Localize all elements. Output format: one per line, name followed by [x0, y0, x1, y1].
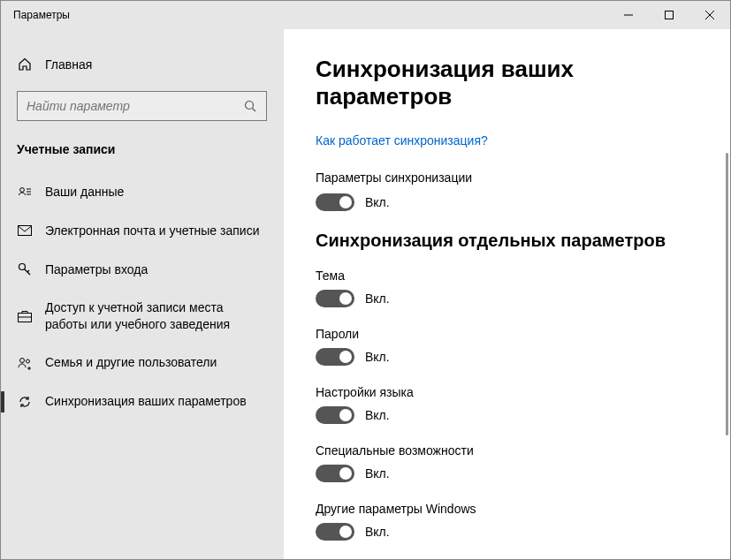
toggle-state-label: Вкл.: [365, 195, 390, 209]
sidebar-item-work-access[interactable]: Доступ к учетной записи места работы или…: [1, 289, 283, 344]
toggle-language[interactable]: [316, 406, 354, 424]
window-controls: [608, 1, 730, 29]
toggle-ease-of-access[interactable]: [316, 465, 354, 482]
sidebar-nav: Ваши данные Электронная почта и учетные …: [1, 172, 283, 421]
individual-sync-heading: Синхронизация отдельных параметров: [316, 231, 698, 251]
briefcase-icon: [17, 309, 33, 323]
sidebar-item-label: Ваши данные: [45, 184, 124, 201]
home-button[interactable]: Главная: [1, 50, 283, 79]
sidebar-item-email-accounts[interactable]: Электронная почта и учетные записи: [1, 211, 283, 250]
toggle-state-label: Вкл.: [365, 291, 390, 306]
svg-point-11: [19, 264, 26, 270]
svg-line-5: [253, 109, 256, 112]
scrollbar[interactable]: [726, 153, 728, 435]
setting-label-other-windows: Другие параметры Windows: [316, 502, 698, 516]
toggle-row-sync-settings: Вкл.: [316, 193, 698, 211]
window-title: Параметры: [1, 9, 70, 21]
sync-icon: [17, 395, 33, 409]
toggle-row-ease-of-access: Вкл.: [316, 465, 698, 482]
search-input[interactable]: [27, 99, 243, 113]
toggle-sync-settings[interactable]: [316, 193, 354, 211]
close-button[interactable]: [689, 1, 730, 29]
svg-rect-10: [19, 226, 32, 236]
search-icon: [243, 100, 257, 112]
mail-icon: [17, 223, 33, 238]
people-icon: [17, 356, 33, 370]
svg-rect-1: [666, 11, 674, 19]
maximize-button[interactable]: [649, 1, 689, 29]
sidebar-item-your-info[interactable]: Ваши данные: [1, 172, 283, 211]
sidebar-item-sync-settings[interactable]: Синхронизация ваших параметров: [1, 382, 283, 421]
setting-label-theme: Тема: [316, 269, 698, 283]
toggle-row-passwords: Вкл.: [316, 348, 698, 366]
search-box[interactable]: [17, 91, 267, 121]
toggle-state-label: Вкл.: [365, 466, 390, 481]
toggle-row-theme: Вкл.: [316, 290, 698, 307]
setting-label-passwords: Пароли: [316, 327, 698, 341]
titlebar: Параметры: [1, 1, 730, 29]
sidebar-section-label: Учетные записи: [1, 137, 283, 172]
sidebar: Главная Учетные записи Ваши данные: [1, 29, 284, 559]
home-icon: [17, 57, 33, 72]
content-area: Синхронизация ваших параметров Как работ…: [284, 29, 730, 559]
sidebar-item-label: Семья и другие пользователи: [45, 354, 217, 371]
svg-point-16: [20, 358, 25, 362]
sync-settings-label: Параметры синхронизации: [316, 170, 698, 185]
toggle-state-label: Вкл.: [365, 408, 390, 422]
svg-line-13: [27, 270, 29, 272]
sidebar-item-signin-options[interactable]: Параметры входа: [1, 250, 283, 289]
toggle-row-other-windows: Вкл.: [316, 523, 698, 541]
toggle-state-label: Вкл.: [365, 525, 390, 539]
home-label: Главная: [45, 57, 92, 72]
svg-point-17: [27, 359, 30, 363]
main-layout: Главная Учетные записи Ваши данные: [1, 29, 730, 559]
svg-point-6: [20, 188, 25, 193]
setting-label-language: Настройки языка: [316, 385, 698, 399]
sidebar-item-label: Электронная почта и учетные записи: [45, 223, 259, 239]
toggle-passwords[interactable]: [316, 348, 354, 366]
sidebar-item-family[interactable]: Семья и другие пользователи: [1, 344, 283, 382]
key-icon: [17, 262, 33, 276]
page-title: Синхронизация ваших параметров: [316, 56, 698, 110]
how-sync-works-link[interactable]: Как работает синхронизация?: [316, 133, 488, 148]
toggle-other-windows[interactable]: [316, 523, 354, 541]
minimize-button[interactable]: [608, 1, 649, 29]
sidebar-item-label: Синхронизация ваших параметров: [45, 393, 247, 410]
toggle-row-language: Вкл.: [316, 406, 698, 424]
toggle-theme[interactable]: [316, 290, 354, 307]
sidebar-item-label: Доступ к учетной записи места работы или…: [45, 299, 266, 333]
sidebar-item-label: Параметры входа: [45, 261, 148, 278]
setting-label-ease-of-access: Специальные возможности: [316, 443, 698, 458]
svg-point-4: [246, 102, 254, 110]
toggle-state-label: Вкл.: [365, 350, 390, 364]
person-card-icon: [17, 185, 33, 199]
